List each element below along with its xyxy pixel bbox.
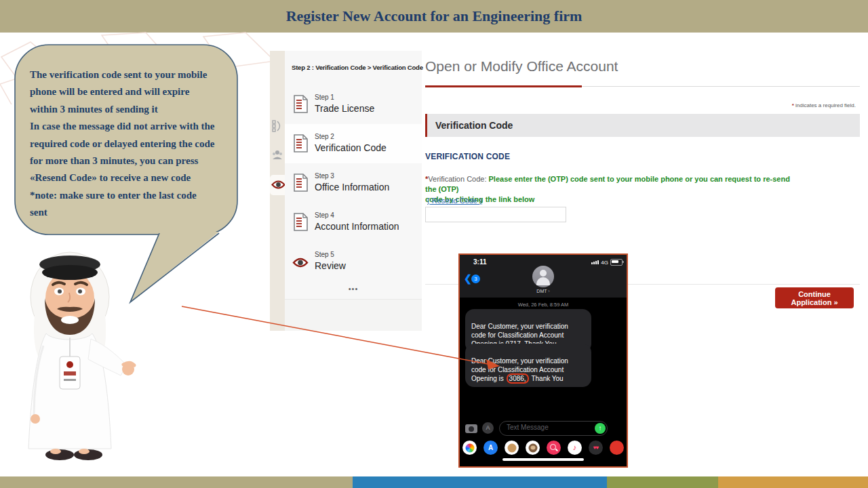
- speech-bubble-text: The verification code sent to your mobil…: [30, 66, 233, 222]
- title-underline: [582, 86, 860, 87]
- memoji-app-icon[interactable]: [505, 441, 519, 455]
- phone-screenshot: 3:11 4G ❮ 3 DMT › Wed, 26 Feb, 8:59 AM D…: [458, 253, 628, 468]
- field-label: Verification Code:: [428, 175, 486, 183]
- document-icon: [294, 213, 308, 231]
- review-eye-icon[interactable]: [271, 180, 285, 190]
- sidebar-step-trade-license[interactable]: Step 1 Trade License: [285, 85, 422, 125]
- form-title: Open or Modify Office Account: [425, 58, 618, 75]
- footer-bar-segment-olive: [607, 476, 718, 488]
- header-banner: Register New Account for an Engineering …: [0, 0, 868, 33]
- message-date-stamp: Wed, 26 Feb, 8:59 AM: [460, 302, 627, 308]
- step-label: Trade License: [315, 103, 374, 114]
- otp-code-3086-highlighted[interactable]: 3086,: [507, 373, 529, 384]
- presenter-character-illustration: [4, 244, 140, 468]
- step-number: Step 5: [315, 251, 334, 258]
- signal-bars-icon: [591, 260, 599, 264]
- text-message-input[interactable]: [505, 423, 589, 432]
- camera-icon[interactable]: [465, 424, 477, 433]
- contact-avatar[interactable]: [532, 266, 554, 287]
- avatar-head-silhouette: [540, 270, 547, 277]
- footer-bar-segment-tan: [0, 476, 353, 488]
- sidebar-step-review[interactable]: Step 5 Review: [285, 242, 422, 282]
- sidebar-step-account-information[interactable]: Step 4 Account Information: [285, 203, 422, 243]
- hearts-app-icon[interactable]: ♥♥: [589, 441, 603, 455]
- continue-application-button[interactable]: Continue Application »: [775, 287, 854, 308]
- phone-status-icons: 4G: [591, 259, 623, 266]
- sidebar-more-steps[interactable]: •••: [285, 281, 422, 300]
- send-button[interactable]: ↑: [595, 423, 606, 434]
- step-number: Step 2: [315, 133, 334, 140]
- animoji-monkey-icon[interactable]: [526, 441, 540, 455]
- contact-chevron-icon: ›: [548, 289, 549, 293]
- unread-count-badge: 3: [471, 274, 480, 283]
- app-store-icon[interactable]: A: [484, 441, 498, 455]
- process-steps-icon[interactable]: [272, 120, 283, 132]
- required-asterisk: *: [792, 102, 794, 108]
- text-message-field: [499, 421, 608, 436]
- sidebar-step-office-information[interactable]: Step 3 Office Information: [285, 163, 422, 203]
- section-title: Verification Code: [435, 120, 513, 131]
- wizard-breadcrumb-bar: Step 2 : Verification Code > Verificatio…: [285, 51, 422, 85]
- step-label: Verification Code: [315, 142, 387, 153]
- field-group-label: VERIFICATION CODE: [425, 152, 510, 161]
- document-icon: [294, 134, 308, 152]
- page-title: Register New Account for an Engineering …: [286, 7, 583, 25]
- clipped-app-icon[interactable]: [610, 441, 624, 455]
- contact-name[interactable]: DMT ›: [460, 289, 627, 293]
- title-underline-accent: [425, 85, 582, 87]
- section-header-verification-code: Verification Code: [425, 114, 860, 137]
- contact-name-text: DMT: [536, 289, 547, 293]
- back-chevron-icon[interactable]: ❮: [464, 273, 472, 284]
- home-indicator: [502, 458, 584, 461]
- step-number: Step 4: [315, 211, 334, 219]
- breadcrumb: Step 2 : Verification Code > Verificatio…: [292, 64, 423, 71]
- avatar-body-silhouette: [536, 277, 550, 285]
- sidebar-step-verification-code[interactable]: Step 2 Verification Code: [285, 124, 422, 164]
- step-label: Review: [315, 260, 346, 271]
- step-label: Account Information: [315, 221, 399, 232]
- people-icon[interactable]: [272, 150, 283, 160]
- message-text: Thank You: [530, 375, 564, 382]
- required-field-note: * indicates a required field.: [792, 102, 856, 108]
- music-app-icon[interactable]: ♪: [568, 441, 582, 455]
- sms-message-2: Dear Customer, your verification code fo…: [465, 344, 591, 387]
- step-label: Office Information: [315, 182, 389, 192]
- network-type: 4G: [601, 260, 608, 266]
- sidebar-filler: [285, 300, 422, 331]
- photos-app-icon[interactable]: [462, 441, 477, 455]
- battery-icon: [610, 259, 623, 266]
- search-app-icon[interactable]: [547, 441, 561, 455]
- document-icon: [294, 95, 308, 113]
- app-drawer-icon[interactable]: A: [482, 422, 494, 434]
- footer-bar-segment-blue: [353, 476, 607, 488]
- resend-code-link[interactable]: ( Resend Code ): [427, 197, 482, 205]
- required-note-text: indicates a required field.: [795, 102, 856, 108]
- footer-bar-segment-orange: [718, 476, 868, 488]
- slide: Register New Account for an Engineering …: [0, 0, 868, 488]
- verification-code-input[interactable]: [425, 207, 566, 222]
- step-number: Step 1: [315, 94, 334, 101]
- review-eye-icon: [292, 257, 309, 268]
- step-number: Step 3: [315, 172, 334, 180]
- document-icon: [294, 174, 308, 192]
- phone-clock: 3:11: [473, 258, 486, 266]
